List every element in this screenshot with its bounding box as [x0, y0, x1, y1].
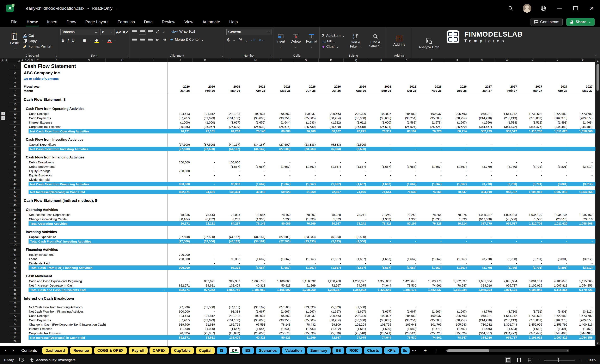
row-label[interactable] [21, 292, 168, 295]
row-header-7[interactable]: 7 [9, 89, 21, 93]
row-header-68[interactable]: 68 [9, 295, 21, 302]
cell-Y63[interactable]: 4,108,046 [545, 279, 570, 283]
row-header-52[interactable]: 52 [9, 229, 21, 235]
cell-M59[interactable]: - [243, 261, 268, 265]
cell-Z22[interactable]: (269,077) [570, 116, 595, 120]
cell-M40[interactable]: (1,667) [243, 182, 268, 186]
column-header-U[interactable]: U [444, 58, 469, 62]
cell-T59[interactable]: - [419, 261, 444, 265]
cell-W65[interactable]: 3,001,131 [495, 288, 520, 291]
horizontal-scrollbar[interactable]: ◀ ▶ [446, 349, 569, 352]
sheet-tab-revenue[interactable]: Revenue [70, 347, 92, 354]
cell-P24[interactable]: (25,520) [319, 125, 344, 129]
cell-O38[interactable]: - [293, 173, 319, 177]
copy-button[interactable]: Copy ⌄ [23, 38, 52, 44]
orientation-icon[interactable]: ⤢ [156, 29, 159, 34]
cell-M74[interactable]: 67,598 [243, 322, 268, 327]
cell-U39[interactable]: - [444, 177, 469, 182]
cell-R77[interactable]: 74,644 [369, 336, 394, 339]
cell-P50[interactable]: 80,167 [319, 222, 344, 225]
cell-X48[interactable]: 1,035,120 [520, 213, 545, 217]
cell-K54[interactable]: (37,500) [193, 240, 218, 243]
cell-J25[interactable]: 20,171 [168, 129, 193, 133]
total-row-label[interactable]: Total Cash From (For) Investing Activiti… [28, 240, 168, 243]
row-label[interactable]: Net Cash Flow from Investing Activities [21, 305, 168, 309]
cell-P70[interactable]: (5,833) [319, 305, 344, 309]
cell-N49[interactable]: 1,939 [268, 217, 293, 221]
cell-V75[interactable]: (1,556) [469, 327, 495, 331]
total-row-label[interactable]: Net Cash Flow from Investing Activities [28, 147, 168, 151]
cell-O63[interactable]: 1,156,992 [293, 279, 319, 283]
sheet-tab-captable[interactable]: CapTable [171, 347, 194, 354]
cell-U74[interactable]: 105,643 [444, 322, 469, 327]
cell-T74[interactable]: 101,765 [419, 322, 444, 327]
cell-M72[interactable]: 199,037 [243, 314, 268, 318]
cell-J53[interactable]: (27,500) [168, 235, 193, 239]
cell-Q76[interactable]: (25,518) [344, 331, 369, 335]
cell-W24[interactable]: (344,472) [495, 125, 520, 129]
cell-M64[interactable]: 40,313 [243, 283, 268, 288]
menu-tab-insert[interactable]: Insert [43, 18, 62, 26]
column-header-J[interactable]: J [168, 58, 193, 62]
cell-Y7[interactable]: Apr-27 [545, 89, 570, 93]
align-top-icon[interactable] [132, 30, 137, 33]
cell-P58[interactable]: (1,667) [319, 257, 344, 261]
cell-P7[interactable]: Jul-26 [319, 89, 344, 93]
row-header-78[interactable]: 78 [9, 340, 21, 343]
comma-format-button[interactable]: , [246, 38, 247, 42]
cell-R7[interactable]: Sep-26 [369, 89, 394, 93]
cell-X75[interactable]: (1,512) [520, 327, 545, 331]
cell-O60[interactable]: (1,667) [293, 266, 319, 269]
wrap-text-button[interactable]: ab↩ Wrap Text [171, 29, 195, 34]
cell-X40[interactable]: (3,791) [520, 182, 545, 186]
cell-J58[interactable]: 200,000 [168, 257, 193, 261]
row-label[interactable] [21, 93, 168, 96]
cell-Y36[interactable]: (3,801) [545, 164, 570, 169]
cell-Q6[interactable]: 2026 [344, 84, 369, 89]
scroll-up-icon[interactable]: ▲ [597, 58, 599, 63]
row-label[interactable]: Interest Expense [21, 327, 168, 331]
cell-Z35[interactable]: - [570, 160, 595, 164]
cell-T25[interactable]: 76,328 [419, 129, 444, 133]
cell-K22[interactable]: (92,673) [193, 116, 218, 120]
cell-X53[interactable]: - [520, 235, 545, 239]
cell-K60[interactable]: - [193, 266, 218, 269]
chevron-down-icon[interactable]: ⌄ [77, 39, 80, 42]
row-header-61[interactable]: 61 [9, 270, 21, 273]
cell-X35[interactable]: - [520, 160, 545, 164]
cell-J37[interactable]: 700,000 [168, 169, 193, 173]
cell-T77[interactable]: 74,661 [419, 336, 444, 339]
menu-tab-view[interactable]: View [180, 18, 198, 26]
cell-V48[interactable]: 1,035,087 [469, 213, 495, 217]
cell-Y58[interactable]: (3,801) [545, 257, 570, 261]
row-header-32[interactable]: 32 [9, 151, 21, 155]
cell-T23[interactable]: (1,578) [419, 120, 444, 125]
cell-V7[interactable]: Jan-27 [469, 89, 495, 93]
cell-K38[interactable]: - [193, 173, 218, 177]
cell-R71[interactable]: (1,667) [369, 309, 394, 314]
column-header-T[interactable]: T [419, 58, 444, 62]
row-header-33[interactable]: 33 [9, 155, 21, 160]
cell-K35[interactable]: - [193, 160, 218, 164]
cell-X19[interactable]: 1,732,528 [520, 111, 545, 116]
cell-S53[interactable]: - [394, 235, 419, 239]
sheet-tab-capital[interactable]: Capital [196, 347, 215, 354]
cell-L37[interactable]: - [218, 169, 243, 173]
format-painter-button[interactable]: Format Painter [23, 44, 52, 49]
scroll-left-icon[interactable]: ◀ [446, 349, 448, 352]
cell-O72[interactable]: 199,037 [293, 314, 319, 318]
column-header-C[interactable]: C [27, 58, 29, 62]
cell-K53[interactable]: (37,500) [193, 235, 218, 239]
cell-J70[interactable]: (27,500) [168, 305, 193, 309]
cell-P49[interactable]: 1,939 [319, 217, 344, 221]
cell-U71[interactable]: (1,667) [444, 309, 469, 314]
cell-M50[interactable]: 76,146 [243, 222, 268, 225]
column-header-A[interactable]: A [21, 58, 24, 62]
decrease-font-icon[interactable]: A˅ [122, 30, 128, 35]
cell-Q48[interactable]: 78,241 [344, 213, 369, 217]
cell-Y24[interactable]: (344,483) [545, 125, 570, 129]
row-label[interactable] [21, 194, 168, 198]
cell-N60[interactable]: (1,667) [268, 266, 293, 269]
row-label[interactable]: Cash Flow from Financing Activities [21, 155, 168, 160]
cell-S72[interactable]: 205,563 [394, 314, 419, 318]
